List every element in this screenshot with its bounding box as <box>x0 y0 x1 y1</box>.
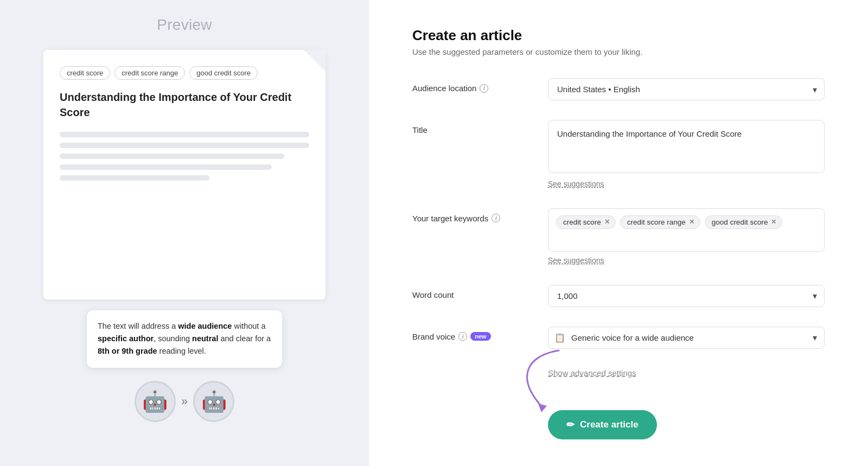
preview-card: credit score credit score range good cre… <box>43 50 326 299</box>
preview-title: Preview <box>157 16 212 34</box>
skeleton-line <box>60 143 309 148</box>
advanced-settings-link[interactable]: Show advanced settings <box>548 368 636 378</box>
word-count-label: Word count <box>412 285 532 299</box>
advanced-settings-container: Show advanced settings <box>412 368 825 395</box>
preview-article-title: Understanding the Importance of Your Cre… <box>60 90 309 120</box>
keywords-control: credit score ✕ credit score range ✕ good… <box>548 208 825 265</box>
brand-voice-row: Brand voice i new Generic voice for a wi… <box>412 327 825 349</box>
title-row: Title Understanding the Importance of Yo… <box>412 120 825 189</box>
brand-voice-info-icon[interactable]: i <box>458 332 467 341</box>
keyword-tag-credit-score: credit score ✕ <box>556 215 616 229</box>
audience-location-select-wrapper[interactable]: United States • English United Kingdom •… <box>548 78 825 100</box>
remove-good-credit-score[interactable]: ✕ <box>771 218 776 226</box>
word-count-row: Word count 500 750 1,000 1,500 2,000 2,5… <box>412 285 825 307</box>
svg-marker-0 <box>538 404 547 412</box>
robot-avatar-2: 🤖 <box>193 381 234 422</box>
arrow-icon: » <box>181 394 188 408</box>
audience-info-icon[interactable]: i <box>480 84 488 93</box>
left-panel: Preview credit score credit score range … <box>0 0 369 466</box>
tag-good-credit-score: good credit score <box>189 66 258 80</box>
audience-location-select[interactable]: United States • English United Kingdom •… <box>548 78 825 100</box>
audience-location-row: Audience location i United States • Engl… <box>412 78 825 100</box>
create-article-label: Create article <box>580 419 639 430</box>
title-input[interactable]: Understanding the Importance of Your Cre… <box>548 120 825 173</box>
title-see-suggestions[interactable]: See suggestions <box>548 180 604 188</box>
audience-location-label: Audience location i <box>412 78 532 93</box>
brand-voice-select[interactable]: Generic voice for a wide audience Profes… <box>548 327 825 349</box>
page-subtitle: Use the suggested parameters or customiz… <box>412 47 825 56</box>
keywords-info-icon[interactable]: i <box>492 214 500 222</box>
keywords-row: Your target keywords i credit score ✕ cr… <box>412 208 825 265</box>
pencil-icon: ✏ <box>566 419 575 431</box>
brand-voice-label: Brand voice i new <box>412 327 532 341</box>
brand-voice-control: Generic voice for a wide audience Profes… <box>548 327 825 349</box>
new-badge: new <box>470 332 490 341</box>
skeleton-line <box>60 132 309 137</box>
robot-row: 🤖 » 🤖 <box>135 381 234 422</box>
page-title: Create an article <box>412 27 825 44</box>
right-panel: Create an article Use the suggested para… <box>369 0 868 466</box>
keywords-label: Your target keywords i <box>412 208 532 223</box>
tags-row: credit score credit score range good cre… <box>60 66 309 80</box>
keywords-see-suggestions[interactable]: See suggestions <box>548 256 604 265</box>
skeleton-line <box>60 164 272 170</box>
skeleton-line <box>60 175 209 181</box>
remove-credit-score-range[interactable]: ✕ <box>689 218 694 226</box>
create-btn-row: ✏ Create article <box>548 410 825 439</box>
word-count-control: 500 750 1,000 1,500 2,000 2,500 <box>548 285 825 307</box>
keyword-tag-good-credit-score: good credit score ✕ <box>705 215 783 229</box>
skeleton-line <box>60 154 284 159</box>
keyword-tag-credit-score-range: credit score range ✕ <box>620 215 700 229</box>
title-label: Title <box>412 120 532 135</box>
tooltip-card: The text will address a wide audience wi… <box>87 310 282 368</box>
keywords-box[interactable]: credit score ✕ credit score range ✕ good… <box>548 208 825 252</box>
word-count-select[interactable]: 500 750 1,000 1,500 2,000 2,500 <box>548 285 825 307</box>
robot-avatar-1: 🤖 <box>135 381 176 422</box>
create-article-button[interactable]: ✏ Create article <box>548 410 657 439</box>
tag-credit-score-range: credit score range <box>114 66 185 80</box>
brand-voice-select-wrapper[interactable]: Generic voice for a wide audience Profes… <box>548 327 825 349</box>
remove-credit-score[interactable]: ✕ <box>604 218 610 226</box>
title-control: Understanding the Importance of Your Cre… <box>548 120 825 189</box>
tag-credit-score: credit score <box>60 66 110 80</box>
audience-location-control: United States • English United Kingdom •… <box>548 78 825 100</box>
word-count-select-wrapper[interactable]: 500 750 1,000 1,500 2,000 2,500 <box>548 285 825 307</box>
